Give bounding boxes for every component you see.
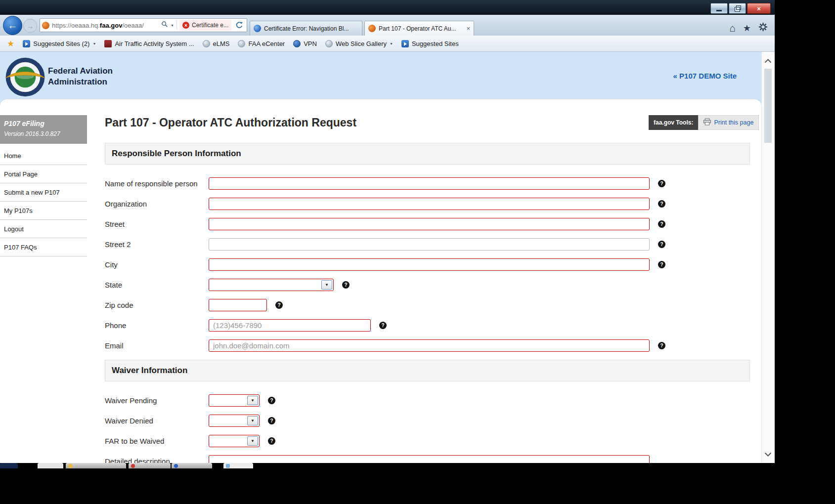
content-card: P107 eFiling Version 2016.3.0.827 Home P… <box>0 99 761 463</box>
taskbar-button[interactable] <box>172 463 212 468</box>
help-icon[interactable]: ? <box>658 180 665 187</box>
restore-icon <box>735 7 740 12</box>
taskbar-start-fragment[interactable] <box>0 463 18 468</box>
help-icon[interactable]: ? <box>268 437 275 445</box>
tab-label: Certificate Error: Navigation Bl... <box>264 25 358 32</box>
add-favorite-star-icon[interactable]: ★ <box>7 40 14 48</box>
tab-favicon <box>368 25 376 32</box>
waiver-denied-select[interactable]: ▼ <box>209 415 260 427</box>
favorite-suggested-sites-2[interactable]: Suggested Sites (2) ▼ <box>23 40 96 47</box>
taskbar-button[interactable] <box>129 463 171 468</box>
scroll-down-icon[interactable] <box>764 450 772 459</box>
p107-demo-site-link[interactable]: « P107 DEMO Site <box>673 72 737 80</box>
close-button[interactable]: × <box>747 3 771 14</box>
help-icon[interactable]: ? <box>658 241 665 248</box>
phone-input[interactable] <box>209 319 371 332</box>
folder-icon <box>68 464 72 468</box>
help-icon[interactable]: ? <box>658 200 665 208</box>
form-row: Name of responsible person ? <box>105 177 750 190</box>
forward-button[interactable]: → <box>23 19 37 33</box>
sidebar-item-submit-new-p107[interactable]: Submit a new P107 <box>0 183 87 202</box>
desktop-taskbar <box>0 463 835 504</box>
taskbar-button[interactable] <box>223 463 253 468</box>
waiver-pending-select[interactable]: ▼ <box>209 394 260 407</box>
title-bar: × <box>0 0 775 15</box>
state-select[interactable]: ▼ <box>209 279 334 291</box>
help-icon[interactable]: ? <box>342 281 350 289</box>
sidebar-item-logout[interactable]: Logout <box>0 220 87 238</box>
favorite-suggested-sites[interactable]: Suggested Sites <box>401 40 459 47</box>
scroll-up-icon[interactable] <box>764 56 772 65</box>
gear-icon[interactable] <box>758 22 768 34</box>
far-to-be-waived-select[interactable]: ▼ <box>209 435 260 447</box>
organization-input[interactable] <box>209 198 650 210</box>
street-input[interactable] <box>209 218 650 230</box>
zip-input[interactable] <box>209 299 267 311</box>
help-icon[interactable]: ? <box>268 417 275 424</box>
organization-label: Organization <box>105 200 209 208</box>
help-icon[interactable]: ? <box>658 220 665 228</box>
app-icon <box>226 464 230 468</box>
restore-button[interactable] <box>729 3 746 14</box>
search-icon[interactable] <box>161 21 168 30</box>
detailed-description-input[interactable] <box>209 455 650 463</box>
favorite-label: Web Slice Gallery <box>336 40 387 47</box>
atas-icon <box>104 40 112 47</box>
help-icon[interactable]: ? <box>658 342 665 349</box>
tab-part107-active[interactable]: Part 107 - Operator ATC Au... × <box>364 21 474 36</box>
favorite-air-traffic-activity-system[interactable]: Air Traffic Activity System ... <box>104 40 194 47</box>
taskbar-button[interactable] <box>66 463 126 468</box>
home-icon[interactable]: ⌂ <box>729 23 736 33</box>
favorite-web-slice-gallery[interactable]: Web Slice Gallery ▼ <box>325 40 393 47</box>
select-arrow-icon[interactable]: ▼ <box>247 416 258 425</box>
sidebar-menu: Home Portal Page Submit a new P107 My P1… <box>0 147 87 256</box>
print-page-button[interactable]: Print this page <box>698 115 759 130</box>
address-dropdown-icon[interactable]: ▼ <box>171 24 174 27</box>
help-icon[interactable]: ? <box>275 301 283 309</box>
name-input[interactable] <box>209 177 650 190</box>
url-text[interactable]: https://oeaaa.hq.faa.gov/oeaaa/ <box>52 22 144 29</box>
refresh-button[interactable] <box>234 20 245 31</box>
sidebar-item-portal-page[interactable]: Portal Page <box>0 165 87 183</box>
favorite-faa-ecenter[interactable]: FAA eCenter <box>238 40 285 47</box>
city-input[interactable] <box>209 258 650 271</box>
form-row: City ? <box>105 258 750 271</box>
page-scrollbar[interactable] <box>761 52 775 463</box>
printer-icon <box>703 118 711 127</box>
state-label: State <box>105 281 209 289</box>
far-to-be-waived-label: FAR to be Waived <box>105 437 209 445</box>
select-arrow-icon[interactable]: ▼ <box>247 396 258 405</box>
sidebar-item-home[interactable]: Home <box>0 147 87 165</box>
select-arrow-icon[interactable]: ▼ <box>321 280 332 290</box>
certificate-error-button[interactable]: × Certificate e... <box>179 20 231 31</box>
app-icon <box>174 464 178 468</box>
chevron-down-icon[interactable]: ▼ <box>92 42 96 45</box>
window-controls: × <box>710 3 771 14</box>
street2-input[interactable] <box>209 238 650 251</box>
minimize-button[interactable] <box>710 3 728 14</box>
scrollbar-thumb[interactable] <box>764 69 772 143</box>
web-slice-icon <box>325 40 333 47</box>
detailed-description-label: Detailed description <box>105 457 209 463</box>
chevron-down-icon[interactable]: ▼ <box>390 42 393 45</box>
help-icon[interactable]: ? <box>379 322 387 329</box>
suggested-sites-icon <box>23 40 30 47</box>
tab-certificate-error[interactable]: Certificate Error: Navigation Bl... <box>250 21 362 36</box>
faa-logo <box>5 57 45 99</box>
address-bar[interactable]: https://oeaaa.hq.faa.gov/oeaaa/ ▼ × Cert… <box>40 18 247 32</box>
forward-arrow-icon: → <box>27 22 34 30</box>
favorites-star-icon[interactable]: ★ <box>743 24 751 33</box>
tab-close-icon[interactable]: × <box>466 25 470 32</box>
sidebar-item-p107-faqs[interactable]: P107 FAQs <box>0 238 87 256</box>
favorite-elms[interactable]: eLMS <box>203 40 230 47</box>
sidebar-item-my-p107s[interactable]: My P107s <box>0 202 87 220</box>
select-arrow-icon[interactable]: ▼ <box>247 436 258 446</box>
email-input[interactable] <box>209 339 650 352</box>
favorite-label: Suggested Sites (2) <box>33 40 89 47</box>
help-icon[interactable]: ? <box>658 261 665 268</box>
taskbar-button[interactable] <box>38 463 63 468</box>
help-icon[interactable]: ? <box>268 397 275 404</box>
favorite-vpn[interactable]: VPN <box>293 40 317 47</box>
back-button[interactable]: ← <box>3 16 22 35</box>
back-arrow-icon: ← <box>8 20 18 31</box>
